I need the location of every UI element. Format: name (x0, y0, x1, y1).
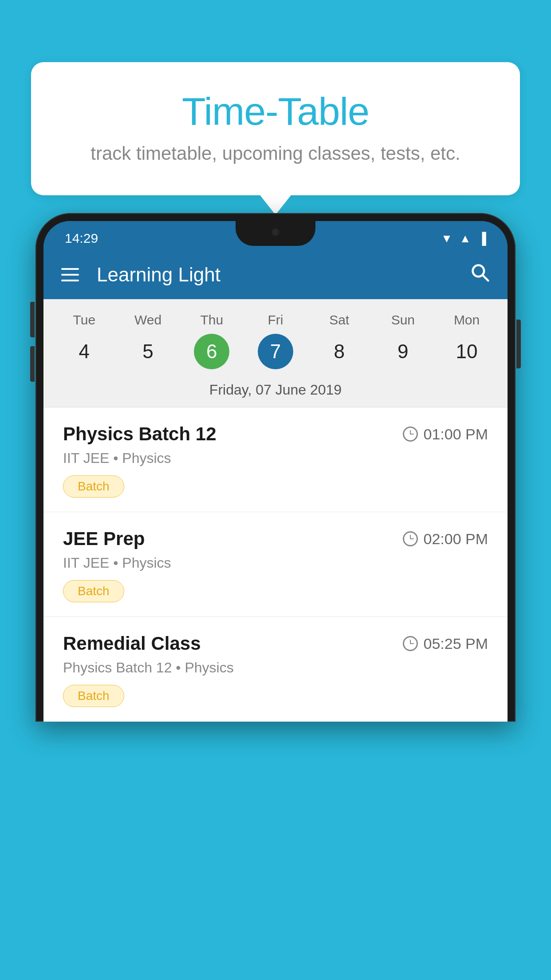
day-name: Wed (134, 312, 161, 328)
schedule-item[interactable]: JEE Prep 02:00 PM IIT JEE • Physics Batc… (43, 512, 508, 617)
schedule-item[interactable]: Remedial Class 05:25 PM Physics Batch 12… (43, 617, 508, 722)
svg-line-1 (483, 275, 488, 281)
schedule-time-value: 02:00 PM (423, 530, 488, 548)
bubble-title: Time-Table (67, 89, 484, 134)
schedule-item-subtitle: IIT JEE • Physics (63, 450, 488, 466)
speech-bubble-area: Time-Table track timetable, upcoming cla… (31, 62, 520, 195)
day-name: Thu (200, 312, 223, 328)
status-time: 14:29 (65, 231, 98, 246)
schedule-time-value: 01:00 PM (423, 426, 488, 443)
phone-mockup: 14:29 ▼ ▲ ▐ Learning Light (35, 213, 516, 980)
schedule-item-time: 02:00 PM (403, 530, 488, 548)
schedule-item-time: 01:00 PM (403, 426, 488, 443)
schedule-time-value: 05:25 PM (423, 635, 488, 652)
phone-body: 14:29 ▼ ▲ ▐ Learning Light (35, 213, 516, 722)
calendar-day-7[interactable]: Fri7 (249, 312, 302, 369)
status-icons: ▼ ▲ ▐ (441, 232, 486, 245)
battery-icon: ▐ (478, 232, 486, 245)
schedule-item-title: JEE Prep (63, 528, 145, 549)
schedule-item-title: Remedial Class (63, 633, 201, 654)
day-name: Tue (73, 312, 96, 328)
speech-bubble: Time-Table track timetable, upcoming cla… (31, 62, 520, 195)
bubble-subtitle: track timetable, upcoming classes, tests… (67, 143, 484, 164)
day-name: Sat (329, 312, 349, 328)
phone-notch: 14:29 ▼ ▲ ▐ (43, 221, 508, 250)
calendar-day-6[interactable]: Thu6 (185, 312, 238, 369)
day-number: 9 (385, 334, 421, 369)
schedule-item-header: Physics Batch 12 01:00 PM (63, 423, 488, 445)
clock-icon (403, 636, 418, 651)
day-name: Fri (268, 312, 283, 328)
schedule-item-subtitle: Physics Batch 12 • Physics (63, 660, 488, 676)
volume-down-button (30, 346, 35, 382)
batch-badge: Batch (63, 475, 124, 498)
calendar-day-9[interactable]: Sun9 (376, 312, 429, 369)
day-number: 10 (449, 334, 484, 369)
clock-icon (403, 531, 418, 546)
signal-icon: ▲ (460, 232, 471, 245)
schedule-content: Physics Batch 12 01:00 PM IIT JEE • Phys… (43, 407, 508, 722)
menu-button[interactable] (61, 268, 79, 281)
wifi-icon: ▼ (441, 232, 453, 245)
batch-badge: Batch (63, 580, 124, 602)
calendar-date-label: Friday, 07 June 2019 (43, 374, 508, 407)
day-number: 6 (194, 334, 229, 369)
app-title: Learning Light (97, 264, 453, 286)
day-name: Sun (391, 312, 415, 328)
schedule-item[interactable]: Physics Batch 12 01:00 PM IIT JEE • Phys… (43, 407, 508, 512)
clock-icon (403, 427, 418, 442)
calendar-day-4[interactable]: Tue4 (58, 312, 111, 369)
day-number: 7 (258, 334, 293, 369)
calendar-day-5[interactable]: Wed5 (122, 312, 175, 369)
calendar-strip: Tue4Wed5Thu6Fri7Sat8Sun9Mon10 Friday, 07… (43, 299, 508, 407)
status-bar: 14:29 ▼ ▲ ▐ (43, 221, 508, 250)
calendar-day-10[interactable]: Mon10 (440, 312, 493, 369)
day-number: 8 (322, 334, 357, 369)
day-name: Mon (454, 312, 480, 328)
calendar-day-8[interactable]: Sat8 (313, 312, 366, 369)
search-button[interactable] (470, 263, 490, 287)
power-button (516, 320, 521, 368)
schedule-item-subtitle: IIT JEE • Physics (63, 555, 488, 571)
day-number: 5 (130, 334, 166, 369)
schedule-item-title: Physics Batch 12 (63, 423, 216, 445)
batch-badge: Batch (63, 685, 124, 707)
schedule-item-time: 05:25 PM (403, 635, 488, 652)
schedule-item-header: JEE Prep 02:00 PM (63, 528, 488, 549)
calendar-days-row: Tue4Wed5Thu6Fri7Sat8Sun9Mon10 (43, 308, 508, 374)
app-bar: Learning Light (43, 250, 508, 299)
day-number: 4 (67, 334, 102, 369)
schedule-item-header: Remedial Class 05:25 PM (63, 633, 488, 654)
volume-up-button (30, 302, 35, 337)
